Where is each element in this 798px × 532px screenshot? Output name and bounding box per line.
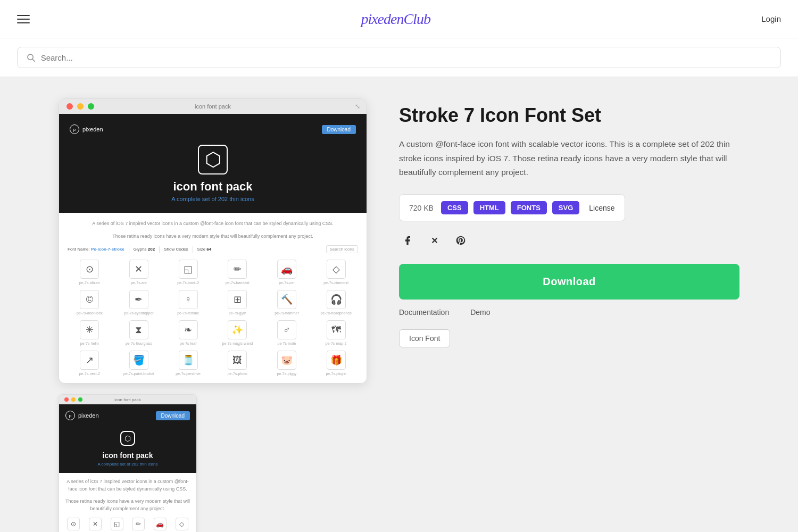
icon-cell: ♀ pe-7s-female	[166, 290, 210, 315]
small-icon-box: ✕	[89, 518, 102, 530]
size-label: Size 64	[197, 247, 212, 252]
icon-box: ♂	[277, 320, 296, 339]
tag-css[interactable]: CSS	[441, 201, 468, 214]
product-description: A custom @font-face icon font with scala…	[399, 137, 739, 179]
mockup-titlebar: icon font pack ⤡	[59, 99, 367, 114]
titlebar-dot-maximize	[88, 103, 94, 110]
mockup-body-light: A series of iOS 7 inspired vector icons …	[59, 213, 367, 383]
file-info-row: 720 KB CSS HTML FONTS SVG License	[399, 194, 625, 221]
icon-cell: ✏ pe-7s-bandaid	[215, 260, 260, 285]
small-icon-box: ⊙	[67, 518, 80, 530]
small-icon-cell: ◱ pe-7s-back-2	[107, 518, 126, 532]
icon-box: 🚗	[277, 260, 296, 279]
icon-cell: 🫙 pe-7s-pendrive	[166, 351, 210, 376]
icon-box: 🎁	[327, 351, 346, 370]
search-bar[interactable]	[17, 47, 781, 68]
hamburger-menu[interactable]	[17, 15, 30, 23]
social-row: ✕	[399, 232, 739, 249]
titlebar-text: icon font pack	[195, 103, 231, 110]
mockup-toolbar: Font Name: Pe-icon-7-stroke Glyphs 202 S…	[68, 245, 358, 253]
icon-cell: 🗺 pe-7s-map-2	[314, 320, 358, 345]
mockup-logo-text: pixeden	[82, 126, 103, 132]
expand-icon: ⤡	[355, 103, 360, 110]
svg-line-1	[32, 59, 35, 61]
icon-cell: ✕ pe-7s-arc	[117, 260, 161, 285]
icons-grid: ⊙ pe-7s-album ✕ pe-7s-arc ◱ pe-7s-back-2…	[68, 260, 358, 376]
icon-font-badge[interactable]: Icon Font	[399, 329, 450, 347]
icon-box: 🎧	[327, 290, 346, 309]
site-header: pixedenClub Login	[0, 0, 798, 38]
icon-label: pe-7s-bandaid	[226, 281, 250, 285]
tag-html[interactable]: HTML	[473, 201, 505, 214]
small-dot-close	[64, 397, 69, 402]
pinterest-icon[interactable]	[452, 232, 469, 249]
small-mockup-body: p pixeden Download ⬡ icon font pack A co…	[59, 404, 196, 473]
demo-link[interactable]: Demo	[470, 308, 490, 317]
facebook-icon[interactable]	[399, 232, 416, 249]
titlebar-dot-minimize	[77, 103, 84, 110]
icon-cell: ✳ pe-7s-helm	[68, 320, 112, 345]
icon-box: ◱	[179, 260, 198, 279]
icon-label: pe-7s-hammer	[275, 311, 299, 315]
icon-label: pe-7s-paint-bucket	[123, 372, 154, 376]
icon-cell: ◱ pe-7s-back-2	[166, 260, 210, 285]
icon-label: pe-7s-back-2	[177, 281, 199, 285]
small-icon-box: ◱	[111, 518, 123, 530]
documentation-link[interactable]: Documentation	[399, 308, 449, 317]
product-title: Stroke 7 Icon Font Set	[399, 104, 739, 127]
site-logo: pixedenClub	[361, 11, 430, 28]
mockup-main: icon font pack ⤡ p pixeden Download ⬡ ic…	[59, 98, 367, 384]
icon-box: ©	[80, 290, 99, 309]
icon-label: pe-7s-next-2	[79, 372, 100, 376]
icon-label: pe-7s-plugin	[326, 372, 346, 376]
small-desc: A series of iOS 7 inspired vector icons …	[64, 478, 191, 493]
small-icons-grid: ⊙ pe-7s-album ✕ pe-7s-arc ◱ pe-7s-back-2…	[64, 518, 191, 532]
login-button[interactable]: Login	[761, 14, 781, 23]
icon-label: pe-7s-piggy	[277, 372, 297, 376]
tag-fonts[interactable]: FONTS	[511, 201, 547, 214]
small-icon-cell: ✕ pe-7s-arc	[86, 518, 105, 532]
small-icon-cell: 🚗 pe-7s-car	[151, 518, 170, 532]
icon-label: pe-7s-male	[277, 342, 296, 345]
screenshots-column: icon font pack ⤡ p pixeden Download ⬡ ic…	[59, 98, 367, 532]
search-icon	[26, 53, 36, 62]
mockup-small: icon font pack p pixeden Download ⬡ icon…	[59, 394, 197, 532]
icon-cell: 🪣 pe-7s-paint-bucket	[117, 351, 161, 376]
small-desc2: Those retina ready icons have a very mod…	[64, 498, 191, 512]
icon-cell: ♂ pe-7s-male	[265, 320, 309, 345]
icon-label: pe-7s-photo	[228, 372, 247, 376]
links-row: Documentation Demo	[399, 308, 739, 317]
icon-box: 🐷	[277, 351, 296, 370]
mockup-logo: p pixeden	[70, 124, 103, 134]
download-button[interactable]: Download	[399, 264, 739, 300]
main-content: icon font pack ⤡ p pixeden Download ⬡ ic…	[27, 77, 771, 532]
icon-box: 🪣	[129, 351, 148, 370]
small-hero-subtitle: A complete set of 202 thin icons	[98, 462, 158, 467]
mockup-hero-icon: ⬡	[198, 145, 228, 174]
titlebar-dot-close	[66, 103, 73, 110]
small-icon-cell: ◇ pe-7s-diamond	[172, 518, 191, 532]
small-mockup-light: A series of iOS 7 inspired vector icons …	[59, 473, 196, 532]
mockup-logo-circle: p	[70, 124, 79, 134]
twitter-x-icon[interactable]: ✕	[426, 232, 443, 249]
icon-cell: ⧗ pe-7s-hourglass	[117, 320, 161, 345]
icon-label: pe-7s-gym	[229, 311, 246, 315]
mockup-hero-subtitle: A complete set of 202 thin icons	[171, 196, 254, 202]
small-hero-icon: ⬡	[120, 431, 135, 446]
small-icon-box: ◇	[176, 518, 188, 530]
icon-label: pe-7s-car	[279, 281, 295, 285]
tag-svg[interactable]: SVG	[552, 201, 579, 214]
logo-script: Club	[403, 11, 430, 27]
mockup-hero-title: icon font pack	[173, 180, 252, 194]
icon-cell: 🎁 pe-7s-plugin	[314, 351, 358, 376]
small-download-badge: Download	[156, 411, 190, 420]
icon-cell: ◇ pe-7s-diamond	[314, 260, 358, 285]
mockup-desc-line1: A series of iOS 7 inspired vector icons …	[68, 220, 358, 228]
search-input[interactable]	[41, 53, 772, 62]
small-dot-maximize	[78, 397, 82, 402]
icon-cell: ↗ pe-7s-next-2	[68, 351, 112, 376]
small-icon-box: ✏	[132, 518, 145, 530]
small-logo-circle: p	[65, 411, 75, 420]
license-link[interactable]: License	[589, 204, 614, 212]
icon-cell: ⊙ pe-7s-album	[68, 260, 112, 285]
